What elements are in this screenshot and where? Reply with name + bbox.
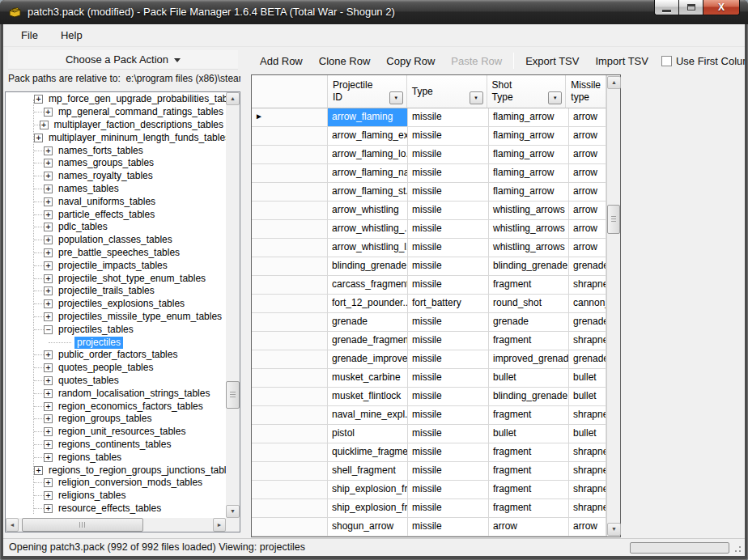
grid-cell[interactable]: pistol xyxy=(328,425,408,443)
expand-icon[interactable]: + xyxy=(44,299,53,308)
grid-cell[interactable]: grenade xyxy=(569,350,606,369)
grid-cell[interactable]: grenade xyxy=(569,313,606,332)
expand-icon[interactable]: + xyxy=(44,478,53,487)
tree-item-label[interactable]: region_economics_factors_tables xyxy=(56,401,206,413)
tree-item-label[interactable]: religions_tables xyxy=(56,490,128,502)
tree-item-label[interactable]: region_unit_resources_tables xyxy=(56,426,188,438)
tree-item-label[interactable]: resource_effects_tables xyxy=(56,503,164,515)
tree-item-label[interactable]: multiplayer_faction_descriptions_tables xyxy=(52,119,226,131)
grid-cell[interactable]: missile xyxy=(408,313,489,332)
menu-item-file[interactable]: File xyxy=(10,24,49,46)
tree-item-label[interactable]: random_localisation_strings_tables xyxy=(56,388,212,400)
grid-cell[interactable]: whistling_arrows xyxy=(489,202,569,220)
expand-icon[interactable]: + xyxy=(34,134,43,142)
tree-item-label[interactable]: projectile_impacts_tables xyxy=(56,260,170,272)
tree-item-label[interactable]: mp_force_gen_upgrade_probabilities_table… xyxy=(46,93,226,105)
grid-cell[interactable]: arrow xyxy=(569,239,606,257)
row-header-cell[interactable]: ► xyxy=(252,108,328,127)
grid-cell[interactable]: fragment xyxy=(489,462,569,481)
row-header-cell[interactable] xyxy=(252,462,328,481)
tree-item-label[interactable]: projectiles_explosions_tables xyxy=(56,298,187,310)
grid-cell[interactable]: whistling_arrows xyxy=(489,239,569,257)
grid-cell[interactable]: arrow_whistling_l... xyxy=(328,239,408,257)
grid-cell[interactable]: flaming_arrow xyxy=(489,183,569,202)
filter-dropdown-button[interactable]: ▼ xyxy=(470,91,483,104)
grid-cell[interactable]: missile xyxy=(408,462,489,481)
tree-item-label[interactable]: regions_continents_tables xyxy=(56,439,173,451)
grid-cell[interactable]: shrapnel xyxy=(569,443,606,462)
grid-cell[interactable]: fragment xyxy=(489,443,569,462)
grid-cell[interactable]: shrapnel xyxy=(569,332,606,350)
tree-vertical-scrollbar[interactable]: ▲ ▼ xyxy=(226,92,240,518)
paste-row-button[interactable]: Paste Row xyxy=(443,52,510,70)
grid-cell[interactable]: grenade xyxy=(328,313,408,332)
expand-icon[interactable]: + xyxy=(44,235,53,244)
expand-icon[interactable]: + xyxy=(44,363,53,372)
grid-cell[interactable]: round_shot xyxy=(489,295,569,313)
tree-item-label[interactable]: particle_effects_tables xyxy=(56,209,157,221)
grid-cell[interactable]: missile xyxy=(408,332,489,350)
tree-item-label[interactable]: names_royalty_tables xyxy=(56,170,155,182)
expand-icon[interactable]: + xyxy=(44,350,53,359)
grid-cell[interactable]: shrapnel xyxy=(569,276,606,295)
collapse-icon[interactable]: − xyxy=(44,325,53,334)
expand-icon[interactable]: + xyxy=(44,286,53,295)
tree-item-label[interactable]: religion_conversion_mods_tables xyxy=(56,477,205,489)
grid-cell[interactable]: missile xyxy=(408,108,489,127)
grid-corner-header-cell[interactable] xyxy=(252,75,328,108)
row-header-cell[interactable] xyxy=(252,369,328,388)
grid-cell[interactable]: blinding_grenade xyxy=(328,257,408,276)
grid-cell[interactable]: missile xyxy=(408,220,489,239)
row-header-cell[interactable] xyxy=(252,220,328,239)
grid-cell[interactable]: bullet xyxy=(569,369,606,388)
grid-vscroll-thumb[interactable] xyxy=(607,205,620,234)
row-header-cell[interactable] xyxy=(252,276,328,295)
expand-icon[interactable]: + xyxy=(44,223,53,231)
tree-item-label[interactable]: pdlc_tables xyxy=(56,221,110,233)
grid-cell[interactable]: shrapnel xyxy=(569,462,606,481)
row-header-cell[interactable] xyxy=(252,406,328,425)
grid-cell[interactable]: carcass_fragment xyxy=(328,276,408,295)
expand-icon[interactable]: + xyxy=(44,146,53,155)
grid-cell[interactable]: musket_flintlock xyxy=(328,388,408,406)
grid-cell[interactable]: bullet xyxy=(489,425,569,443)
grid-cell[interactable]: grenade xyxy=(489,313,569,332)
grid-cell[interactable]: fragment xyxy=(489,499,569,518)
grid-cell[interactable]: missile xyxy=(408,350,489,369)
expand-icon[interactable]: + xyxy=(44,312,53,321)
grid-cell[interactable]: missile xyxy=(408,239,489,257)
row-header-cell[interactable] xyxy=(252,481,328,499)
expand-icon[interactable]: + xyxy=(44,248,53,257)
expand-icon[interactable]: + xyxy=(44,210,53,219)
grid-cell[interactable]: arrow_whistling_... xyxy=(328,220,408,239)
row-header-cell[interactable] xyxy=(252,443,328,462)
column-header-1[interactable]: Type▼ xyxy=(407,75,487,108)
maximize-button[interactable] xyxy=(678,0,703,15)
choose-pack-action-button[interactable]: Choose a Pack Action xyxy=(8,50,238,70)
grid-cell[interactable]: cannon_ xyxy=(569,295,606,313)
row-header-cell[interactable] xyxy=(252,295,328,313)
grid-cell[interactable]: arrow_whistling xyxy=(328,202,408,220)
grid-cell[interactable]: fragment xyxy=(489,406,569,425)
tree-item-label[interactable]: public_order_factors_tables xyxy=(56,349,180,361)
tree-item-label[interactable]: population_classes_tables xyxy=(56,234,175,246)
grid-cell[interactable]: shrapnel xyxy=(569,481,606,499)
grid-cell[interactable]: arrow xyxy=(569,164,606,183)
expand-icon[interactable]: + xyxy=(44,261,53,270)
scroll-right-icon[interactable]: ► xyxy=(213,518,226,532)
row-header-cell[interactable] xyxy=(252,332,328,350)
grid-cell[interactable]: missile xyxy=(408,481,489,499)
grid-cell[interactable]: arrow xyxy=(569,183,606,202)
grid-vertical-scrollbar[interactable]: ▲ ▼ xyxy=(606,75,620,537)
grid-cell[interactable]: missile xyxy=(408,425,489,443)
grid-cell[interactable]: bullet xyxy=(569,425,606,443)
grid-cell[interactable]: arrow_flaming xyxy=(328,108,408,127)
grid-cell[interactable]: arrow_flaming_st... xyxy=(328,183,408,202)
tree-item-label[interactable]: projectiles xyxy=(74,337,123,349)
tree-item-label[interactable]: projectile_shot_type_enum_tables xyxy=(56,273,208,285)
grid-cell[interactable]: arrow xyxy=(569,220,606,239)
row-header-cell[interactable] xyxy=(252,239,328,257)
tree-item-label[interactable]: quotes_people_tables xyxy=(56,362,155,374)
expand-icon[interactable]: + xyxy=(44,389,53,398)
grid-cell[interactable]: fort_12_pounder... xyxy=(328,295,408,313)
